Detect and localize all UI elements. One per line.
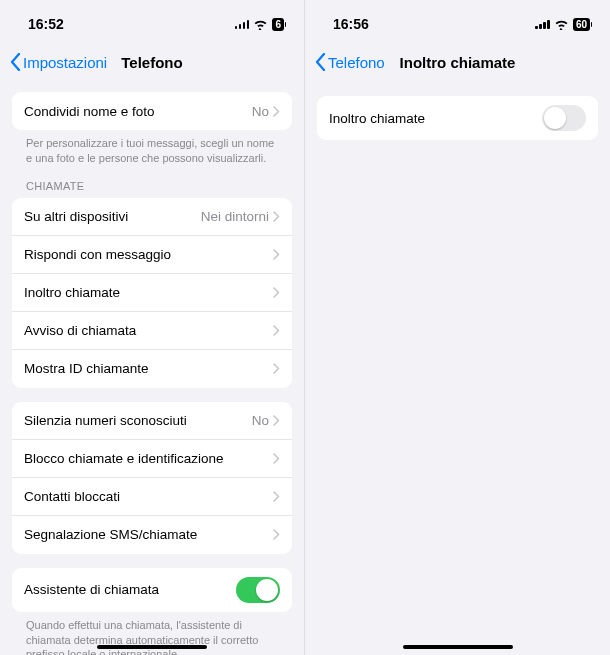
wifi-icon <box>253 19 268 30</box>
chevron-left-icon <box>10 53 21 71</box>
nav-bar: Telefono Inoltro chiamate <box>305 42 610 82</box>
row-silence-unknown[interactable]: Silenzia numeri sconosciuti No <box>12 402 292 440</box>
nav-bar: Impostazioni Telefono <box>0 42 304 82</box>
row-label: Rispondi con messaggio <box>24 247 273 262</box>
call-forwarding-switch[interactable] <box>542 105 586 131</box>
row-label: Su altri dispositivi <box>24 209 201 224</box>
row-call-forwarding[interactable]: Inoltro chiamate <box>12 274 292 312</box>
status-bar: 16:56 60 <box>305 0 610 42</box>
row-sms-call-reporting[interactable]: Segnalazione SMS/chiamate <box>12 516 292 554</box>
back-label: Telefono <box>328 54 385 71</box>
row-label: Silenzia numeri sconosciuti <box>24 413 252 428</box>
chevron-right-icon <box>273 453 280 464</box>
group-share: Condividi nome e foto No <box>12 92 292 130</box>
battery-icon: 60 <box>573 18 590 31</box>
back-label: Impostazioni <box>23 54 107 71</box>
row-call-waiting[interactable]: Avviso di chiamata <box>12 312 292 350</box>
battery-icon: 6 <box>272 18 284 31</box>
home-indicator[interactable] <box>403 645 513 649</box>
row-label: Avviso di chiamata <box>24 323 273 338</box>
chevron-right-icon <box>273 287 280 298</box>
chevron-right-icon <box>273 249 280 260</box>
status-time: 16:52 <box>28 16 64 32</box>
status-right: 6 <box>235 18 284 31</box>
row-label: Assistente di chiamata <box>24 582 236 597</box>
cellular-icon <box>235 19 250 29</box>
chevron-right-icon <box>273 529 280 540</box>
chevron-right-icon <box>273 325 280 336</box>
status-right: 60 <box>535 18 590 31</box>
row-call-forwarding-toggle[interactable]: Inoltro chiamate <box>317 96 598 140</box>
row-label: Contatti bloccati <box>24 489 273 504</box>
row-label: Condividi nome e foto <box>24 104 252 119</box>
chevron-right-icon <box>273 211 280 222</box>
chevron-right-icon <box>273 363 280 374</box>
group-assistant: Assistente di chiamata <box>12 568 292 612</box>
chevron-right-icon <box>273 106 280 117</box>
page-title: Inoltro chiamate <box>400 54 516 71</box>
group-blocking: Silenzia numeri sconosciuti No Blocco ch… <box>12 402 292 554</box>
row-label: Segnalazione SMS/chiamate <box>24 527 273 542</box>
row-label: Blocco chiamate e identificazione <box>24 451 273 466</box>
group-calls: Su altri dispositivi Nei dintorni Rispon… <box>12 198 292 388</box>
row-call-blocking-id[interactable]: Blocco chiamate e identificazione <box>12 440 292 478</box>
row-blocked-contacts[interactable]: Contatti bloccati <box>12 478 292 516</box>
cellular-icon <box>535 19 550 29</box>
row-label: Mostra ID chiamante <box>24 361 273 376</box>
chevron-right-icon <box>273 415 280 426</box>
phone-screen-right: 16:56 60 Telefono Inoltro chiamate Inolt… <box>305 0 610 655</box>
content[interactable]: Condividi nome e foto No Per personalizz… <box>0 82 304 655</box>
row-value: Nei dintorni <box>201 209 269 224</box>
row-dial-assist[interactable]: Assistente di chiamata <box>12 568 292 612</box>
home-indicator[interactable] <box>97 645 207 649</box>
group-forwarding: Inoltro chiamate <box>317 96 598 140</box>
row-other-devices[interactable]: Su altri dispositivi Nei dintorni <box>12 198 292 236</box>
status-time: 16:56 <box>333 16 369 32</box>
phone-screen-left: 16:52 6 Impostazioni Telefono Condividi … <box>0 0 305 655</box>
chevron-right-icon <box>273 491 280 502</box>
page-title: Telefono <box>121 54 182 71</box>
dial-assist-switch[interactable] <box>236 577 280 603</box>
row-respond-with-message[interactable]: Rispondi con messaggio <box>12 236 292 274</box>
back-button[interactable]: Impostazioni <box>10 53 107 71</box>
row-label: Inoltro chiamate <box>24 285 273 300</box>
row-value: No <box>252 413 269 428</box>
row-value: No <box>252 104 269 119</box>
row-show-caller-id[interactable]: Mostra ID chiamante <box>12 350 292 388</box>
section-header-calls: CHIAMATE <box>12 166 292 196</box>
back-button[interactable]: Telefono <box>315 53 385 71</box>
chevron-left-icon <box>315 53 326 71</box>
row-label: Inoltro chiamate <box>329 111 542 126</box>
dual-screenshot: 16:52 6 Impostazioni Telefono Condividi … <box>0 0 610 655</box>
row-share-name-photo[interactable]: Condividi nome e foto No <box>12 92 292 130</box>
wifi-icon <box>554 19 569 30</box>
status-bar: 16:52 6 <box>0 0 304 42</box>
content[interactable]: Inoltro chiamate <box>305 82 610 655</box>
footer-share: Per personalizzare i tuoi messaggi, sceg… <box>12 130 292 166</box>
